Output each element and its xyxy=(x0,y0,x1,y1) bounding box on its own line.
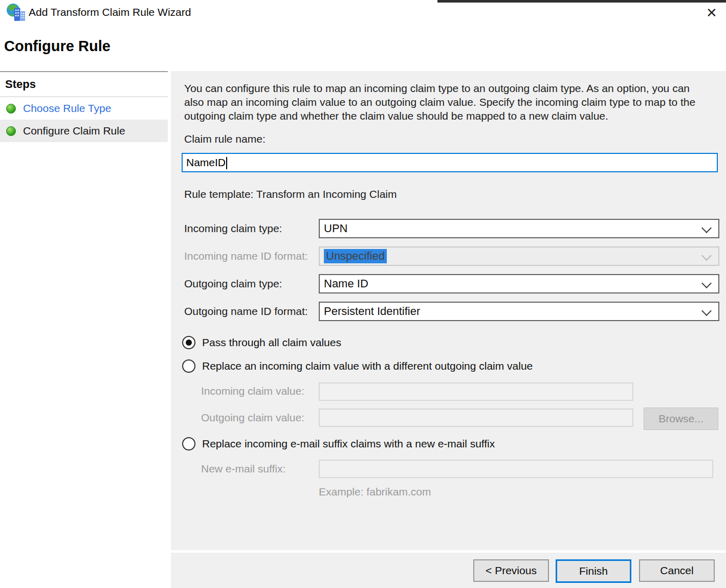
outgoing-claim-value-label: Outgoing claim value: xyxy=(201,412,304,424)
steps-sidebar: Steps Choose Rule Type Configure Claim R… xyxy=(0,71,168,588)
steps-heading: Steps xyxy=(0,72,168,97)
outgoing-claim-value-input xyxy=(319,409,633,427)
finish-button[interactable]: Finish xyxy=(556,559,631,583)
background-window-edge xyxy=(437,0,726,3)
previous-button[interactable]: < Previous xyxy=(473,559,549,582)
incoming-claim-type-value: UPN xyxy=(324,222,347,235)
outgoing-name-id-format-dropdown[interactable]: Persistent Identifier xyxy=(319,302,719,321)
cancel-button[interactable]: Cancel xyxy=(639,559,715,582)
sidebar-item-label: Configure Claim Rule xyxy=(23,125,125,137)
outgoing-claim-type-dropdown[interactable]: Name ID xyxy=(319,274,719,293)
browse-button: Browse... xyxy=(644,408,718,430)
claim-rule-name-label: Claim rule name: xyxy=(184,133,266,145)
incoming-claim-type-dropdown[interactable]: UPN xyxy=(319,219,719,238)
rule-template-label: Rule template: Transform an Incoming Cla… xyxy=(184,188,397,200)
chevron-down-icon xyxy=(701,223,712,233)
option-replace-email-suffix[interactable]: Replace incoming e-mail suffix claims wi… xyxy=(182,437,495,450)
incoming-claim-value-input xyxy=(319,382,633,401)
chevron-down-icon xyxy=(701,278,712,288)
page-title: Configure Rule xyxy=(4,38,111,55)
sidebar-item-label: Choose Rule Type xyxy=(23,102,111,115)
sidebar-item-configure-claim-rule[interactable]: Configure Claim Rule xyxy=(0,120,168,142)
adfs-app-icon xyxy=(6,3,26,21)
add-transform-claim-rule-wizard-dialog: Add Transform Claim Rule Wizard ✕ Config… xyxy=(0,0,726,588)
window-title: Add Transform Claim Rule Wizard xyxy=(29,6,191,18)
option-label: Replace an incoming claim value with a d… xyxy=(202,360,533,372)
configure-rule-panel: You can configure this rule to map an in… xyxy=(171,71,726,550)
text-caret xyxy=(226,157,227,169)
claim-rule-name-input[interactable]: NameID xyxy=(182,153,718,172)
close-icon[interactable]: ✕ xyxy=(700,3,723,22)
radio-selected-icon[interactable] xyxy=(182,336,195,349)
incoming-claim-type-label: Incoming claim type: xyxy=(184,222,282,235)
incoming-name-id-format-dropdown: Unspecified xyxy=(319,246,719,266)
option-pass-through[interactable]: Pass through all claim values xyxy=(182,336,341,349)
outgoing-name-id-format-label: Outgoing name ID format: xyxy=(184,305,308,318)
outgoing-claim-type-label: Outgoing claim type: xyxy=(184,278,282,290)
incoming-name-id-format-value: Unspecified xyxy=(324,249,387,263)
new-email-suffix-label: New e-mail suffix: xyxy=(201,463,285,475)
new-email-suffix-input xyxy=(319,460,713,478)
radio-unselected-icon[interactable] xyxy=(182,437,195,450)
sidebar-item-choose-rule-type[interactable]: Choose Rule Type xyxy=(0,97,168,120)
incoming-claim-value-label: Incoming claim value: xyxy=(201,385,304,397)
chevron-down-icon xyxy=(701,306,712,316)
incoming-name-id-format-label: Incoming name ID format: xyxy=(184,250,308,262)
chevron-down-icon xyxy=(701,251,712,261)
outgoing-name-id-format-value: Persistent Identifier xyxy=(324,305,420,318)
radio-unselected-icon[interactable] xyxy=(182,359,195,373)
wizard-footer: < Previous Finish Cancel xyxy=(171,553,726,588)
step-completed-icon xyxy=(6,126,16,136)
rule-description: You can configure this rule to map an in… xyxy=(184,81,703,123)
claim-rule-name-value: NameID xyxy=(186,156,226,168)
option-label: Pass through all claim values xyxy=(202,336,341,349)
option-label: Replace incoming e-mail suffix claims wi… xyxy=(202,438,495,450)
option-replace-claim-value[interactable]: Replace an incoming claim value with a d… xyxy=(182,359,533,373)
email-suffix-example: Example: fabrikam.com xyxy=(319,486,431,498)
outgoing-claim-type-value: Name ID xyxy=(324,277,368,290)
step-completed-icon xyxy=(6,104,16,114)
